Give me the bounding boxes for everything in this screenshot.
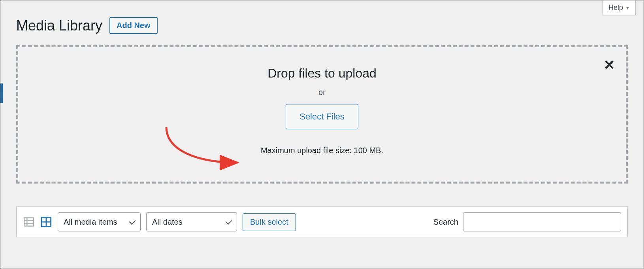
- page-title: Media Library: [16, 17, 102, 34]
- max-upload-text: Maximum upload file size: 100 MB.: [261, 146, 383, 155]
- bulk-select-button[interactable]: Bulk select: [243, 213, 296, 231]
- list-view-icon[interactable]: [23, 216, 35, 228]
- dropzone-or: or: [318, 88, 326, 97]
- dropzone-title: Drop files to upload: [267, 66, 377, 81]
- help-label: Help: [608, 4, 623, 12]
- date-select[interactable]: All dates: [146, 212, 237, 231]
- add-new-button[interactable]: Add New: [109, 17, 158, 34]
- media-type-select[interactable]: All media items: [58, 212, 141, 231]
- search-input[interactable]: [463, 212, 621, 231]
- media-type-select-wrap: All media items: [58, 212, 141, 231]
- grid-view-icon[interactable]: [40, 216, 52, 228]
- search-label: Search: [433, 218, 458, 227]
- help-tab[interactable]: Help ▼: [603, 0, 636, 15]
- upload-dropzone[interactable]: ✕ Drop files to upload or Select Files M…: [16, 45, 628, 184]
- close-icon[interactable]: ✕: [604, 58, 615, 72]
- caret-down-icon: ▼: [625, 6, 630, 10]
- search-wrap: Search: [433, 212, 621, 231]
- date-select-wrap: All dates: [146, 212, 237, 231]
- left-accent-bar: [0, 83, 3, 103]
- filter-bar: All media items All dates Bulk select Se…: [16, 206, 628, 237]
- select-files-button[interactable]: Select Files: [286, 104, 358, 129]
- page-header: Media Library Add New: [0, 0, 644, 34]
- svg-rect-1: [24, 218, 33, 226]
